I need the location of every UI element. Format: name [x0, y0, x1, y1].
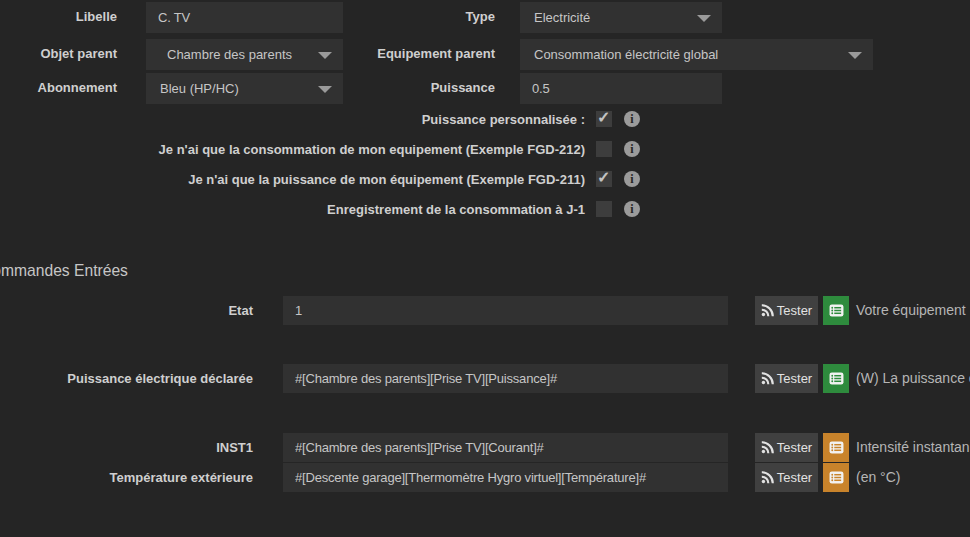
puissance-label: Puissance	[295, 80, 495, 96]
info-icon[interactable]	[624, 141, 640, 157]
tester-button-label: Tester	[777, 470, 812, 485]
info-icon[interactable]	[624, 171, 640, 187]
rss-icon	[761, 372, 774, 385]
chevron-down-icon	[848, 52, 862, 59]
objet-parent-label: Objet parent	[0, 46, 117, 62]
info-icon[interactable]	[624, 201, 640, 217]
inst1-label: INST1	[0, 433, 253, 462]
command-row-temperature-exterieure: Température extérieure Tester (en °C)	[0, 463, 970, 492]
temperature-exterieure-input[interactable]	[283, 463, 728, 492]
command-list-button[interactable]	[823, 463, 849, 492]
info-icon[interactable]	[624, 111, 640, 127]
libelle-label: Libelle	[0, 9, 117, 25]
tester-button[interactable]: Tester	[755, 364, 818, 393]
tester-button[interactable]: Tester	[755, 433, 818, 462]
tester-button[interactable]: Tester	[755, 463, 818, 492]
command-list-button[interactable]	[823, 296, 849, 325]
commandes-entrees-heading: Commandes Entrées	[0, 261, 128, 281]
command-list-button[interactable]	[823, 433, 849, 462]
command-row-puissance-declaree: Puissance électrique déclarée Tester (W)…	[0, 364, 970, 393]
tester-button-label: Tester	[777, 440, 812, 455]
command-description: Votre équipement	[856, 296, 966, 325]
tester-button[interactable]: Tester	[755, 296, 818, 325]
option-label-puissance-seule: Je n'ai que la puissance de mon équipeme…	[0, 172, 585, 188]
puissance-input[interactable]	[520, 73, 722, 104]
equipment-config-page: { "colors": { "background": "#252525", "…	[0, 0, 970, 537]
abonnement-label: Abonnement	[0, 80, 117, 96]
option-label-consommation-seule: Je n'ai que la consommation de mon equip…	[0, 142, 585, 158]
command-row-inst1: INST1 Tester Intensité instantané	[0, 433, 970, 462]
equipement-parent-select[interactable]: Consommation électricité global	[520, 39, 873, 70]
list-alt-icon	[829, 441, 844, 454]
type-label: Type	[295, 9, 495, 25]
checkbox-puissance-seule[interactable]	[596, 171, 612, 187]
type-select-value: Electricité	[534, 10, 590, 25]
puissance-declaree-input[interactable]	[283, 364, 728, 393]
temperature-exterieure-label: Température extérieure	[0, 463, 253, 492]
checkbox-consommation-seule[interactable]	[596, 141, 612, 157]
chevron-down-icon	[697, 15, 711, 22]
option-label-enregistrement-j1: Enregistrement de la consommation à J-1	[0, 202, 585, 218]
command-description: (W) La puissance é	[856, 364, 970, 393]
rss-icon	[761, 441, 774, 454]
puissance-declaree-label: Puissance électrique déclarée	[0, 364, 253, 393]
checkbox-puissance-personnalisee[interactable]	[596, 111, 612, 127]
list-alt-icon	[829, 471, 844, 484]
etat-input[interactable]	[283, 296, 728, 325]
objet-parent-select-value: Chambre des parents	[167, 47, 292, 62]
inst1-input[interactable]	[283, 433, 728, 462]
checkbox-enregistrement-j1[interactable]	[596, 201, 612, 217]
command-row-etat: Etat Tester Votre équipement	[0, 296, 970, 325]
tester-button-label: Tester	[777, 303, 812, 318]
option-label-puissance-personnalisee: Puissance personnalisée :	[0, 112, 585, 128]
list-alt-icon	[829, 372, 844, 385]
equipement-parent-label: Equipement parent	[295, 46, 495, 62]
rss-icon	[761, 471, 774, 484]
equipement-parent-select-value: Consommation électricité global	[534, 47, 718, 62]
etat-label: Etat	[0, 296, 253, 325]
command-description: Intensité instantané	[856, 433, 970, 462]
command-description: (en °C)	[856, 463, 901, 492]
abonnement-select-value: Bleu (HP/HC)	[160, 81, 239, 96]
rss-icon	[761, 304, 774, 317]
tester-button-label: Tester	[777, 371, 812, 386]
type-select[interactable]: Electricité	[520, 2, 722, 33]
list-alt-icon	[829, 304, 844, 317]
command-list-button[interactable]	[823, 364, 849, 393]
